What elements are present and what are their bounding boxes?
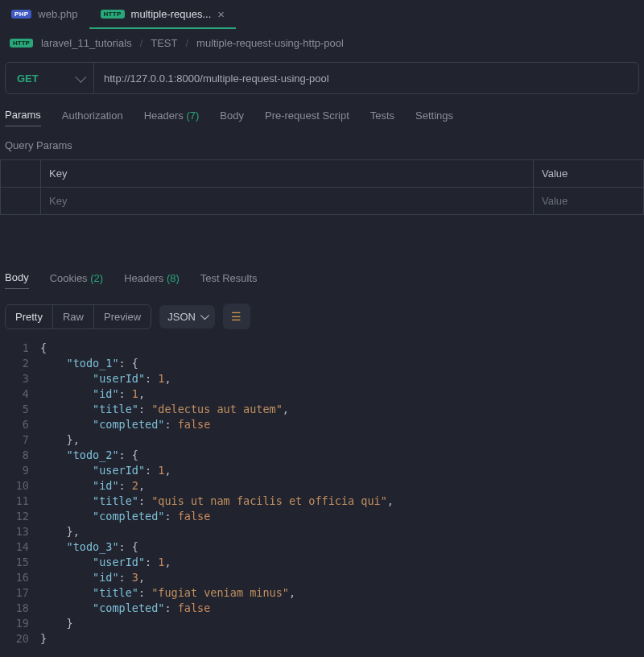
response-tab-headers-label: Headers — [124, 272, 163, 284]
url-value: http://127.0.0.1:8000/multiple-request-u… — [104, 72, 329, 85]
wrap-lines-button[interactable]: ☰ — [223, 304, 250, 329]
response-tab-headers[interactable]: Headers (8) — [124, 272, 180, 289]
tab-multiple-request[interactable]: HTTP multiple-reques... × — [89, 0, 237, 29]
key-input[interactable]: Key — [41, 188, 534, 214]
pretty-button[interactable]: Pretty — [6, 305, 52, 328]
column-header-value: Value — [534, 160, 643, 187]
row-handle-cell[interactable] — [1, 188, 41, 214]
chevron-down-icon — [200, 311, 209, 320]
view-mode-group: Pretty Raw Preview — [5, 304, 151, 329]
tab-authorization[interactable]: Authorization — [62, 110, 123, 126]
http-method-select[interactable]: GET — [6, 63, 94, 93]
close-icon[interactable]: × — [217, 8, 225, 20]
tab-web-php[interactable]: PHP web.php — [0, 0, 89, 29]
line-number-gutter: 1234567891011121314151617181920 — [0, 341, 40, 647]
http-method-label: GET — [17, 72, 39, 85]
request-bar: GET http://127.0.0.1:8000/multiple-reque… — [5, 62, 639, 94]
breadcrumb-separator: / — [140, 37, 143, 49]
tab-tests[interactable]: Tests — [370, 110, 394, 126]
breadcrumb-part[interactable]: laravel_11_tutorials — [41, 37, 132, 49]
tab-params[interactable]: Params — [5, 109, 41, 126]
tab-body[interactable]: Body — [220, 110, 244, 126]
row-handle-cell — [1, 160, 41, 187]
format-select[interactable]: JSON — [159, 305, 215, 328]
breadcrumb: HTTP laravel_11_tutorials / TEST / multi… — [0, 29, 644, 62]
query-params-table: Key Value Key Value — [0, 159, 644, 215]
response-tab-headers-count: (8) — [167, 272, 180, 284]
wrap-lines-icon: ☰ — [231, 311, 242, 322]
table-header-row: Key Value — [1, 160, 643, 188]
query-params-title: Query Params — [0, 133, 644, 159]
editor-tabs: PHP web.php HTTP multiple-reques... × — [0, 0, 644, 29]
format-label: JSON — [167, 311, 196, 323]
response-tab-cookies-count: (2) — [90, 272, 103, 284]
table-row: Key Value — [1, 188, 643, 214]
http-badge-icon: HTTP — [10, 39, 33, 48]
url-input[interactable]: http://127.0.0.1:8000/multiple-request-u… — [94, 63, 638, 93]
response-tab-test-results[interactable]: Test Results — [200, 272, 258, 289]
tab-headers-label: Headers — [144, 110, 184, 122]
tab-pre-request[interactable]: Pre-request Script — [265, 110, 349, 126]
response-body-viewer[interactable]: 1234567891011121314151617181920 { "todo_… — [0, 337, 644, 653]
response-tabs: Body Cookies (2) Headers (8) Test Result… — [0, 215, 644, 295]
breadcrumb-separator: / — [185, 37, 188, 49]
response-tab-cookies-label: Cookies — [50, 272, 88, 284]
breadcrumb-part[interactable]: TEST — [151, 37, 177, 49]
response-tab-body[interactable]: Body — [5, 271, 29, 289]
breadcrumb-part[interactable]: multiple-request-using-http-pool — [196, 37, 344, 49]
http-badge-icon: HTTP — [101, 10, 125, 19]
request-subtabs: Params Authorization Headers (7) Body Pr… — [0, 94, 644, 133]
tab-settings[interactable]: Settings — [415, 110, 453, 126]
raw-button[interactable]: Raw — [52, 305, 93, 328]
json-source[interactable]: { "todo_1": { "userId": 1, "id": 1, "tit… — [40, 341, 644, 647]
tab-label: web.php — [38, 8, 77, 20]
tab-label: multiple-reques... — [131, 8, 212, 20]
value-input[interactable]: Value — [534, 188, 643, 214]
response-toolbar: Pretty Raw Preview JSON ☰ — [0, 295, 644, 337]
chevron-down-icon — [75, 72, 86, 83]
preview-button[interactable]: Preview — [93, 305, 151, 328]
column-header-key: Key — [41, 160, 534, 187]
tab-headers-count: (7) — [186, 110, 199, 122]
tab-headers[interactable]: Headers (7) — [144, 110, 200, 126]
response-tab-cookies[interactable]: Cookies (2) — [50, 272, 103, 289]
php-badge-icon: PHP — [11, 10, 31, 19]
